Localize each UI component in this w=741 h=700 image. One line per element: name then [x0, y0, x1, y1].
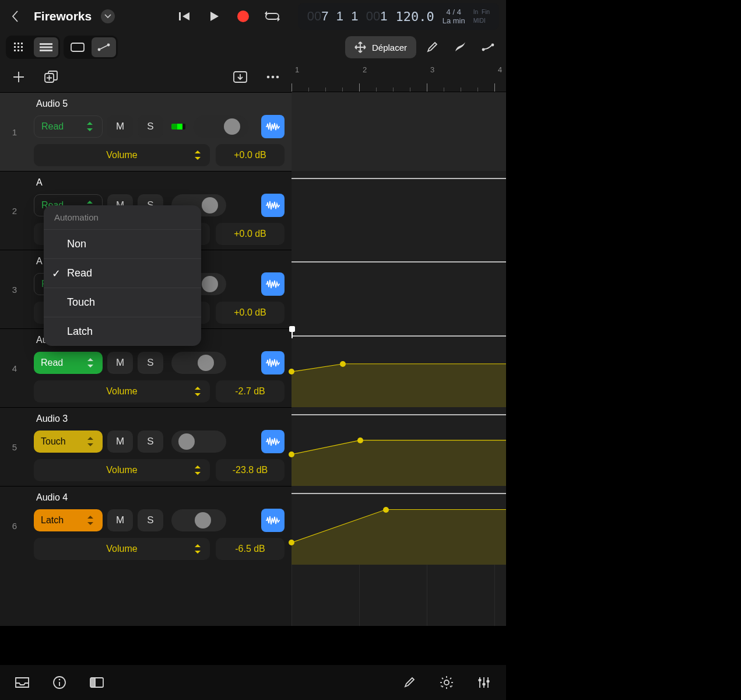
automation-value: -2.7 dB: [216, 380, 285, 402]
toolbar: Déplacer: [0, 33, 506, 62]
automation-parameter-select[interactable]: Volume: [34, 144, 210, 166]
automation-lane[interactable]: [292, 171, 506, 250]
svg-rect-45: [483, 683, 486, 685]
svg-rect-3: [21, 43, 23, 44]
volume-slider[interactable]: [194, 116, 248, 138]
automation-parameter-select[interactable]: Volume: [34, 380, 210, 402]
panels-button[interactable]: [86, 672, 107, 693]
region-view-button[interactable]: [65, 37, 90, 57]
lcd-display[interactable]: 007 1 1 001 120.0 4 / 4 La min In Fin MI…: [298, 3, 499, 30]
track-type-icon: [261, 351, 285, 374]
popup-item-non[interactable]: Non: [44, 230, 201, 259]
timeline-ruler[interactable]: 1234: [292, 62, 506, 92]
mute-button[interactable]: M: [107, 509, 133, 531]
time-signature: 4 / 4: [447, 8, 461, 16]
svg-point-23: [276, 76, 279, 79]
track-name: Audio 3: [36, 414, 285, 424]
automation-mode-button[interactable]: Read: [34, 116, 103, 138]
brightness-button[interactable]: [436, 672, 457, 693]
add-track-button[interactable]: [8, 66, 29, 88]
ruler-number: 1: [295, 65, 299, 74]
ruler-number: 2: [363, 65, 367, 74]
svg-line-37: [442, 686, 443, 687]
level-meter: [171, 124, 185, 130]
volume-slider[interactable]: [171, 430, 226, 453]
solo-button[interactable]: S: [138, 430, 163, 453]
automation-mode-button[interactable]: Touch: [34, 430, 103, 453]
svg-rect-9: [21, 50, 23, 51]
grid-view-button[interactable]: [8, 37, 32, 57]
inbox-button[interactable]: [12, 672, 33, 693]
svg-rect-6: [21, 46, 23, 48]
track-type-icon: [261, 430, 285, 453]
rewind-button[interactable]: [172, 4, 198, 29]
back-button[interactable]: [7, 8, 24, 25]
more-button[interactable]: [262, 66, 283, 88]
record-button[interactable]: [230, 4, 256, 29]
automation-value: +0.0 dB: [216, 223, 285, 245]
play-button[interactable]: [201, 4, 227, 29]
key-display: La min: [443, 17, 465, 24]
automation-mode-button[interactable]: Latch: [34, 509, 103, 531]
mute-button[interactable]: M: [107, 430, 133, 453]
automation-node[interactable]: [289, 452, 294, 457]
svg-rect-8: [17, 50, 19, 51]
info-button[interactable]: [49, 672, 70, 693]
solo-button[interactable]: S: [138, 509, 163, 531]
pencil-tool[interactable]: [420, 36, 444, 58]
track-name: Audio 4: [36, 492, 285, 503]
automation-mode-button[interactable]: Read: [34, 352, 103, 374]
solo-button[interactable]: S: [138, 352, 163, 374]
track-type-icon: [261, 115, 285, 138]
popup-item-touch[interactable]: Touch: [44, 288, 201, 317]
track-type-icon: [261, 194, 285, 217]
mute-button[interactable]: M: [107, 352, 133, 374]
automation-lane[interactable]: [292, 92, 506, 171]
edit-button[interactable]: [399, 672, 420, 693]
move-tool-chip[interactable]: Déplacer: [345, 36, 416, 58]
automation-value: +0.0 dB: [216, 302, 285, 324]
cycle-button[interactable]: [259, 4, 285, 29]
automation-lane[interactable]: [292, 250, 506, 328]
svg-line-38: [450, 678, 451, 679]
track-row[interactable]: 6 Audio 4 Latch M S Volume -6.5 dB: [0, 486, 292, 565]
automation-curve-tool[interactable]: [476, 36, 500, 58]
duplicate-track-button[interactable]: [41, 66, 62, 88]
automation-node[interactable]: [383, 507, 389, 513]
svg-rect-4: [14, 46, 16, 48]
tracks-view-button[interactable]: [34, 37, 58, 57]
track-number: 6: [0, 487, 29, 565]
track-row[interactable]: 5 Audio 3 Touch M S Volume -23.8 dB: [0, 407, 292, 486]
track-row[interactable]: 1 Audio 5 Read M S Volume +0.0 dB: [0, 92, 292, 171]
svg-rect-2: [17, 43, 19, 44]
automation-node[interactable]: [357, 438, 363, 443]
top-bar: Fireworks 007 1 1 001 120.0 4 / 4 La min: [0, 0, 506, 33]
automation-parameter-select[interactable]: Volume: [34, 459, 210, 481]
svg-point-30: [444, 680, 449, 685]
playhead[interactable]: [292, 327, 293, 338]
popup-item-read[interactable]: Read: [44, 259, 201, 288]
svg-point-39: [451, 685, 452, 687]
track-name: A: [36, 177, 285, 188]
position-display: 007 1 1 001: [307, 9, 388, 24]
track-number: 3: [0, 250, 29, 328]
volume-slider[interactable]: [171, 352, 226, 374]
ruler-number: 3: [430, 65, 434, 74]
automation-lane[interactable]: [292, 486, 506, 565]
track-number: 2: [0, 172, 29, 250]
automation-parameter-select[interactable]: Volume: [34, 538, 210, 560]
brush-tool[interactable]: [448, 36, 472, 58]
document-dropdown[interactable]: [101, 9, 115, 23]
import-button[interactable]: [230, 66, 251, 88]
volume-slider[interactable]: [171, 509, 226, 531]
automation-lane[interactable]: [292, 328, 506, 407]
svg-rect-46: [487, 680, 490, 682]
popup-item-latch[interactable]: Latch: [44, 317, 201, 346]
solo-button[interactable]: S: [138, 116, 163, 138]
mixer-button[interactable]: [473, 672, 494, 693]
mute-button[interactable]: M: [107, 116, 133, 138]
automation-lane[interactable]: [292, 407, 506, 486]
tempo-display: 120.0: [395, 9, 434, 24]
bottom-bar: [0, 665, 506, 700]
automation-view-button[interactable]: [92, 37, 116, 57]
